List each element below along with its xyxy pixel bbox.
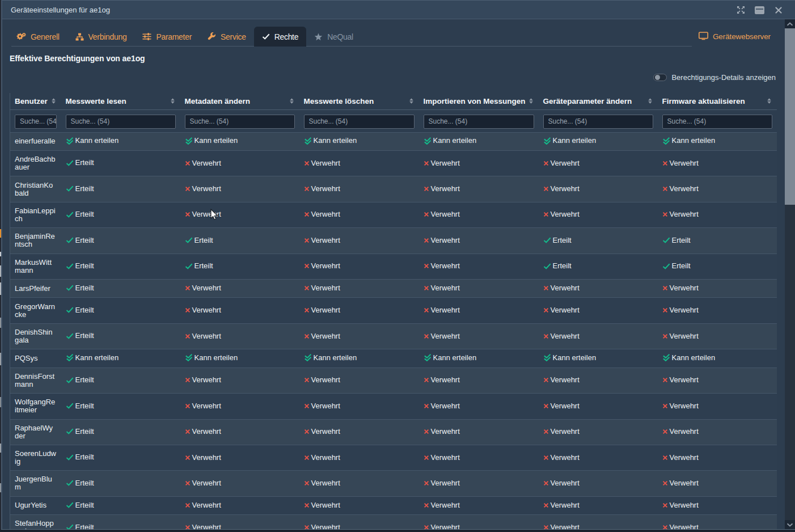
scroll-up-button[interactable] [785, 19, 795, 28]
column-search-input-7[interactable] [662, 115, 772, 129]
status-label: Kann erteilen [75, 137, 119, 145]
status-label: Kann erteilen [75, 354, 119, 362]
column-header-1[interactable]: Benutzer [10, 93, 61, 109]
user-name-cell: LarsPfeifer [10, 279, 61, 298]
column-search-input-5[interactable] [424, 115, 534, 129]
x-icon [185, 377, 191, 383]
geraetewebserver-link[interactable]: Gerätewebserver [699, 27, 771, 47]
user-row[interactable]: PQSysKann erteilenKann erteilenKann erte… [10, 349, 777, 368]
permission-cell: Verwehrt [299, 445, 419, 470]
status-label: Verwehrt [192, 332, 221, 340]
user-row[interactable]: StefanHoppmeierErteiltVerwehrtVerwehrtVe… [10, 515, 777, 529]
x-icon [543, 377, 549, 383]
status-label: Verwehrt [670, 479, 699, 487]
permission-cell: Verwehrt [658, 368, 777, 393]
permission-cell: Erteilt [658, 254, 777, 279]
status-label: Verwehrt [431, 501, 460, 509]
user-row[interactable]: DenishShingalaErteiltVerwehrtVerwehrtVer… [10, 323, 777, 349]
column-search-input-1[interactable] [15, 115, 57, 129]
status-label: Verwehrt [670, 454, 699, 462]
permission-cell: Verwehrt [658, 515, 777, 529]
sort-icon[interactable] [767, 97, 771, 105]
sort-icon[interactable] [529, 97, 533, 105]
close-button[interactable] [769, 1, 788, 19]
status-label: Verwehrt [670, 185, 699, 193]
column-header-6[interactable]: Geräteparameter ändern [539, 93, 658, 109]
dialog-titlebar[interactable]: Geräteeinstellungen für ae1og [0, 0, 795, 19]
status-label: Verwehrt [431, 454, 460, 462]
x-icon [662, 429, 668, 434]
status-label: Verwehrt [670, 376, 699, 384]
permission-cell: Verwehrt [180, 202, 299, 227]
permission-cell: Erteilt [180, 228, 299, 254]
column-search-input-3[interactable] [185, 115, 295, 129]
column-header-label: Firmware aktualisieren [662, 97, 745, 105]
permission-cell: Erteilt [658, 228, 777, 254]
double-check-icon [662, 137, 670, 145]
maximize-button[interactable] [750, 1, 769, 19]
permission-cell: Erteilt [61, 176, 180, 202]
column-search-input-6[interactable] [543, 115, 653, 129]
user-row[interactable]: JuergenBlumErteiltVerwehrtVerwehrtVerweh… [10, 471, 777, 496]
tab-verbindung[interactable]: Verbindung [67, 27, 135, 47]
fullscreen-button[interactable] [731, 1, 750, 19]
permission-cell: Erteilt [61, 471, 180, 496]
user-row[interactable]: AndreBachbauerErteiltVerwehrtVerwehrtVer… [10, 151, 777, 176]
scrollbar-thumb[interactable] [785, 28, 795, 205]
user-row[interactable]: WolfgangReitmeierErteiltVerwehrtVerwehrt… [10, 394, 777, 419]
permission-cell: Erteilt [61, 323, 180, 349]
sort-icon[interactable] [52, 97, 56, 105]
status-label: Erteilt [194, 262, 213, 270]
user-row[interactable]: GregorWarnckeErteiltVerwehrtVerwehrtVerw… [10, 298, 777, 323]
status-label: Erteilt [75, 523, 94, 529]
column-header-2[interactable]: Messwerte lesen [61, 93, 180, 109]
user-row[interactable]: BenjaminRentschErteiltErteiltVerwehrtVer… [10, 228, 777, 254]
permission-cell: Verwehrt [180, 445, 299, 470]
sort-icon [767, 98, 771, 104]
tab-service[interactable]: Service [200, 27, 254, 47]
column-header-4[interactable]: Messwerte löschen [299, 93, 419, 109]
status-label: Erteilt [75, 501, 94, 509]
user-row[interactable]: UgurYetisErteiltVerwehrtVerwehrtVerwehrt… [10, 496, 777, 515]
scroll-down-button[interactable] [785, 520, 795, 529]
sort-icon[interactable] [648, 97, 652, 105]
column-header-3[interactable]: Metadaten ändern [180, 93, 299, 109]
details-toggle-switch[interactable] [653, 74, 667, 81]
permission-cell: Verwehrt [299, 202, 419, 227]
column-header-5[interactable]: Importieren von Messungen [419, 93, 539, 109]
double-check-icon [662, 354, 670, 361]
permission-cell: Verwehrt [419, 254, 539, 279]
double-check-icon [185, 137, 193, 145]
screen-bottom-strip [0, 530, 795, 532]
permission-cell: Verwehrt [539, 202, 658, 227]
user-row[interactable]: MarkusWittmannErteiltErteiltVerwehrtVerw… [10, 254, 777, 279]
tab-nequal[interactable]: NeQual [306, 27, 361, 47]
x-icon [304, 403, 310, 409]
user-name-cell: ChristianKobald [10, 176, 61, 202]
user-row[interactable]: ChristianKobaldErteiltVerwehrtVerwehrtVe… [10, 176, 777, 202]
sort-icon[interactable] [290, 97, 294, 105]
status-label: Erteilt [75, 402, 94, 410]
user-row[interactable]: DennisForstmannErteiltVerwehrtVerwehrtVe… [10, 368, 777, 393]
column-header-7[interactable]: Firmware aktualisieren [658, 93, 777, 109]
permission-cell: Verwehrt [658, 202, 777, 227]
vertical-scrollbar[interactable] [785, 19, 795, 529]
column-search-input-2[interactable] [66, 115, 176, 129]
tab-rechte[interactable]: Rechte [254, 27, 307, 47]
status-label: Verwehrt [192, 306, 221, 314]
sort-icon[interactable] [171, 97, 175, 105]
tab-generell[interactable]: Generell [9, 27, 67, 47]
user-row[interactable]: einerfueralleKann erteilenKann erteilenK… [10, 132, 777, 151]
user-row[interactable]: SoerenLudwigErteiltVerwehrtVerwehrtVerwe… [10, 445, 777, 470]
user-row[interactable]: LarsPfeiferErteiltVerwehrtVerwehrtVerweh… [10, 279, 777, 298]
tab-parameter[interactable]: Parameter [134, 27, 200, 47]
user-row[interactable]: RaphaelWyderErteiltVerwehrtVerwehrtVerwe… [10, 419, 777, 445]
sort-icon [52, 98, 56, 104]
column-search-input-4[interactable] [304, 115, 415, 129]
user-name-cell: UgurYetis [10, 496, 61, 515]
status-label: Verwehrt [311, 479, 340, 487]
sort-icon[interactable] [409, 97, 413, 105]
user-row[interactable]: FabianLeppichErteiltVerwehrtVerwehrtVerw… [10, 202, 777, 227]
sort-icon [648, 98, 652, 104]
double-check-icon [304, 137, 312, 145]
